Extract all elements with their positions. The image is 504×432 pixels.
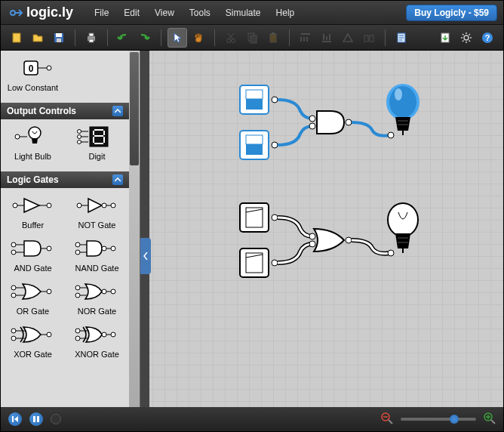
palette-item-buffer[interactable]: Buffer xyxy=(1,193,65,230)
pan-tool-button[interactable] xyxy=(189,28,208,48)
svg-point-57 xyxy=(11,285,16,290)
palette-item-nor[interactable]: NOR Gate xyxy=(65,279,129,316)
zoom-in-button[interactable] xyxy=(484,412,496,427)
or-gate[interactable] xyxy=(314,229,344,251)
svg-point-50 xyxy=(75,242,80,247)
settings-button[interactable] xyxy=(456,28,476,48)
svg-point-9 xyxy=(232,39,235,42)
svg-rect-89 xyxy=(246,135,263,144)
toggle-switch-off[interactable] xyxy=(240,248,269,277)
svg-point-56 xyxy=(111,246,115,251)
copy-button[interactable] xyxy=(242,28,262,48)
palette-logic-gates: Buffer NOT Gate AND Gate NAND Gate xyxy=(1,188,129,369)
menu-edit[interactable]: Edit xyxy=(116,3,147,23)
toggle-switch-on[interactable] xyxy=(240,131,269,159)
svg-rect-14 xyxy=(364,35,368,42)
svg-rect-11 xyxy=(250,35,257,43)
toggle-switch-on[interactable] xyxy=(240,85,269,114)
xor-gate-icon xyxy=(1,322,65,347)
svg-point-109 xyxy=(309,233,315,239)
svg-rect-4 xyxy=(57,39,61,42)
light-bulb-off[interactable] xyxy=(388,203,418,253)
open-file-button[interactable] xyxy=(28,28,48,48)
undo-button[interactable] xyxy=(114,28,134,48)
notes-button[interactable] xyxy=(392,28,411,48)
zoom-slider-thumb[interactable] xyxy=(450,415,459,424)
section-header-output-controls[interactable]: Output Controls xyxy=(1,103,129,119)
menu-view[interactable]: View xyxy=(147,3,182,23)
canvas-left-gutter xyxy=(140,51,149,407)
svg-point-39 xyxy=(77,203,81,208)
paste-button[interactable] xyxy=(263,28,283,48)
palette-label: XOR Gate xyxy=(1,350,65,359)
logo-icon xyxy=(7,6,23,20)
svg-point-51 xyxy=(75,250,80,255)
palette-item-xor[interactable]: XOR Gate xyxy=(1,322,65,359)
svg-point-43 xyxy=(111,203,115,208)
zoom-out-button[interactable] xyxy=(381,412,393,427)
save-button[interactable] xyxy=(49,28,69,48)
help-button[interactable]: ? xyxy=(478,28,497,48)
redo-button[interactable] xyxy=(135,28,155,48)
svg-rect-7 xyxy=(89,39,94,42)
palette-item-digit[interactable]: Digit xyxy=(65,124,129,161)
palette-item-light-bulb[interactable]: Light Bulb xyxy=(1,124,65,161)
menu-help[interactable]: Help xyxy=(269,3,303,23)
svg-rect-6 xyxy=(89,33,94,36)
pointer-tool-button[interactable] xyxy=(167,28,187,48)
sidebar-scrollbar-thumb[interactable] xyxy=(130,52,139,165)
circuit-a[interactable] xyxy=(240,84,419,159)
svg-point-86 xyxy=(272,97,278,103)
canvas[interactable] xyxy=(140,51,503,407)
svg-point-92 xyxy=(309,123,315,129)
palette-item-nand[interactable]: NAND Gate xyxy=(65,236,129,273)
palette-item-and[interactable]: AND Gate xyxy=(1,236,65,273)
svg-point-96 xyxy=(389,86,416,118)
section-title: Output Controls xyxy=(7,106,76,116)
svg-point-76 xyxy=(75,329,80,333)
menu-simulate[interactable]: Simulate xyxy=(218,3,269,23)
palette-item-not[interactable]: NOT Gate xyxy=(65,193,129,230)
collapse-icon[interactable] xyxy=(112,174,123,185)
svg-point-77 xyxy=(75,336,80,341)
new-file-button[interactable] xyxy=(7,28,26,48)
align-left-button[interactable] xyxy=(296,28,315,48)
pause-sim-button[interactable] xyxy=(29,412,43,426)
align-justify-button[interactable] xyxy=(359,28,379,48)
component-sidebar: 0 Low Constant Output Controls Light Bul… xyxy=(1,51,140,407)
workspace: 0 Low Constant Output Controls Light Bul… xyxy=(1,51,503,407)
and-gate-icon xyxy=(1,236,65,261)
svg-point-80 xyxy=(102,332,106,337)
palette-item-low-constant[interactable]: 0 Low Constant xyxy=(1,55,65,92)
section-header-logic-gates[interactable]: Logic Gates xyxy=(1,171,129,188)
circuit-b[interactable] xyxy=(240,203,418,277)
svg-line-124 xyxy=(491,420,495,424)
svg-point-70 xyxy=(11,329,16,333)
palette-item-or[interactable]: OR Gate xyxy=(1,279,65,316)
svg-rect-3 xyxy=(56,33,62,37)
svg-rect-12 xyxy=(270,34,276,42)
zoom-slider[interactable] xyxy=(401,418,476,421)
palette-label: NOT Gate xyxy=(65,221,129,230)
menu-file[interactable]: File xyxy=(87,3,116,23)
toggle-switch-off[interactable] xyxy=(240,203,269,232)
palette-item-xnor[interactable]: XNOR Gate xyxy=(65,322,129,359)
print-button[interactable] xyxy=(81,28,101,48)
light-bulb-icon xyxy=(1,124,65,150)
align-center-button[interactable] xyxy=(317,28,337,48)
menu-bar: logic.ly File Edit View Tools Simulate H… xyxy=(1,1,503,25)
cut-button[interactable] xyxy=(221,28,241,48)
export-button[interactable] xyxy=(435,28,455,48)
light-bulb-on[interactable] xyxy=(386,84,419,135)
menu-tools[interactable]: Tools xyxy=(182,3,218,23)
svg-point-27 xyxy=(29,127,41,139)
buy-button[interactable]: Buy Logicly - $59 xyxy=(406,5,497,21)
and-gate[interactable] xyxy=(317,111,344,134)
collapse-icon[interactable] xyxy=(112,106,123,116)
align-right-button[interactable] xyxy=(338,28,358,48)
svg-point-112 xyxy=(388,250,394,256)
sidebar-scrollbar[interactable] xyxy=(129,51,140,407)
restart-sim-button[interactable] xyxy=(8,412,22,426)
svg-point-75 xyxy=(47,332,51,337)
palette-label: Low Constant xyxy=(1,83,65,92)
